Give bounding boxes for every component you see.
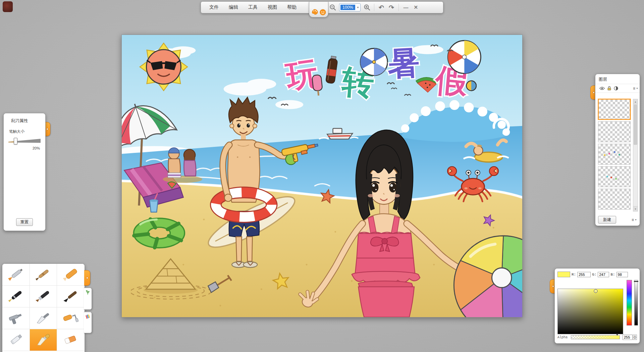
brush-tool-paintbrush[interactable] (30, 286, 57, 307)
layer-list-menu-button[interactable]: ≡ ▼ (632, 218, 637, 222)
brush-tool-airbrush-pen[interactable] (2, 264, 30, 286)
brush-grid (2, 264, 85, 351)
menu-edit[interactable]: 编辑 (224, 2, 243, 13)
sun-illustration (140, 43, 187, 91)
alpha-slider-marker[interactable] (616, 334, 619, 336)
drawing-canvas[interactable]: 玩 转 暑 假 (121, 35, 523, 317)
menu-file-label: 文件 (209, 4, 219, 10)
layers-panel: 图层 ≡ ▼ ▲ ▼ (595, 74, 640, 226)
new-layer-button[interactable]: 新建 (598, 216, 616, 224)
plant-icon (85, 290, 91, 295)
zoom-dropdown-icon[interactable]: ▼ (357, 6, 359, 9)
brush-tool-fountain-pen[interactable] (2, 286, 30, 307)
current-color-swatch[interactable] (557, 272, 570, 277)
layer-visibility-button[interactable] (599, 86, 605, 91)
ink-brush-icon (61, 289, 80, 304)
dropdown-icon: ▼ (635, 219, 637, 221)
brush-size-slider-track[interactable] (8, 138, 41, 143)
zoom-in-button[interactable] (362, 3, 372, 12)
logo-palette-icon (311, 9, 318, 16)
panel-tab-icon (86, 277, 89, 279)
blue-label: B: (610, 273, 615, 277)
layer-list (598, 99, 632, 211)
scroll-down-button[interactable]: ▼ (633, 206, 638, 211)
desktop-icon[interactable] (3, 1, 13, 12)
saturation-value-picker[interactable] (557, 289, 623, 334)
red-label: R: (572, 273, 576, 277)
layer-list-scrollbar[interactable]: ▲ ▼ (633, 99, 638, 212)
brush-tool-paint-roller[interactable] (57, 307, 85, 329)
brush-tool-eraser[interactable] (57, 329, 85, 351)
brush-tool-palette-knife[interactable] (30, 307, 57, 329)
menu-view[interactable]: 视图 (263, 2, 282, 13)
panel-tab-icon (552, 285, 554, 288)
beach-ball-decoration (448, 41, 481, 73)
eraser-icon (61, 332, 80, 348)
menu-lines-icon: ≡ (633, 86, 635, 91)
minimize-button[interactable]: — (401, 3, 411, 12)
scroll-up-button[interactable]: ▲ (633, 99, 638, 104)
color-pencils-icon (85, 314, 91, 319)
color-pencils-button[interactable] (84, 312, 92, 333)
zoom-level-combo[interactable]: 100% ▼ (339, 3, 361, 11)
scrollbar-thumb[interactable] (634, 105, 637, 145)
color-picker-marker[interactable] (594, 289, 597, 293)
green-value-input[interactable] (598, 272, 609, 277)
menu-help[interactable]: 帮助 (282, 2, 302, 13)
color-panel-tab[interactable] (550, 279, 556, 293)
paint-roller-icon (61, 310, 80, 326)
brush-tool-spray-gun[interactable] (2, 307, 30, 329)
zoom-out-button[interactable] (328, 3, 338, 12)
brush-tool-wood-brush-pen[interactable] (30, 264, 57, 286)
alpha-value-input[interactable] (623, 335, 633, 340)
brush-toolbox-panel (2, 263, 85, 352)
layer-row-2[interactable] (598, 121, 631, 142)
layer-lock-button[interactable] (607, 86, 611, 91)
brush-panel-tab[interactable] (84, 270, 90, 286)
spinner-up-icon[interactable]: ▲ (633, 335, 637, 337)
value-bar[interactable] (634, 280, 638, 326)
redo-button[interactable]: ↷ (386, 3, 396, 12)
blue-value-input[interactable] (616, 272, 628, 277)
layer-row-1[interactable] (598, 99, 631, 120)
brush-size-label: 笔触大小 (4, 124, 45, 134)
menu-tools[interactable]: 工具 (243, 2, 263, 13)
plant-brushes-button[interactable] (84, 288, 92, 310)
alpha-spinner[interactable]: ▲ ▼ (633, 335, 637, 340)
layer-row-4[interactable] (598, 166, 631, 187)
brush-size-slider-handle[interactable] (14, 138, 17, 144)
menu-tools-label: 工具 (248, 4, 258, 10)
wood-brush-pen-icon (34, 267, 53, 282)
undo-icon: ↶ (379, 4, 384, 11)
app-logo-tab[interactable] (309, 2, 328, 17)
brush-size-slider[interactable] (8, 137, 42, 144)
spray-gun-icon (6, 310, 25, 326)
layer-row-5[interactable] (598, 189, 631, 210)
toolbar-separator (398, 4, 399, 11)
layer-options-button[interactable]: ≡ ▼ (633, 86, 638, 91)
scraper-panel-title: 刮刀属性 (4, 113, 45, 124)
value-bar-handle[interactable] (634, 281, 638, 282)
alpha-slider[interactable] (571, 335, 620, 339)
close-button[interactable]: ✕ (411, 3, 421, 12)
scraper-properties-panel: 刮刀属性 笔触大小 20% 重置 (3, 113, 46, 231)
layer-blend-button[interactable] (614, 86, 618, 91)
undo-button[interactable]: ↶ (376, 3, 386, 12)
reset-button[interactable]: 重置 (16, 218, 33, 226)
zoom-level-value: 100% (340, 5, 355, 10)
layer-thumbnail-marks (610, 177, 612, 178)
pinwheel-ball-decoration (360, 48, 387, 75)
toolbar-separator (374, 4, 374, 11)
brush-tool-scraper-selected[interactable] (30, 329, 57, 351)
spinner-down-icon[interactable]: ▼ (633, 337, 637, 340)
brush-tool-ink-brush[interactable] (57, 286, 85, 307)
contrast-icon (614, 86, 618, 91)
red-value-input[interactable] (577, 272, 591, 277)
brush-tool-crayon[interactable] (57, 264, 85, 286)
brush-tool-paint-tube[interactable] (2, 329, 30, 351)
panel-tab-icon (592, 91, 595, 94)
zoom-out-icon (329, 4, 336, 11)
hue-bar[interactable] (627, 280, 632, 326)
layer-row-3[interactable] (598, 144, 631, 165)
menu-file[interactable]: 文件 (204, 2, 224, 13)
